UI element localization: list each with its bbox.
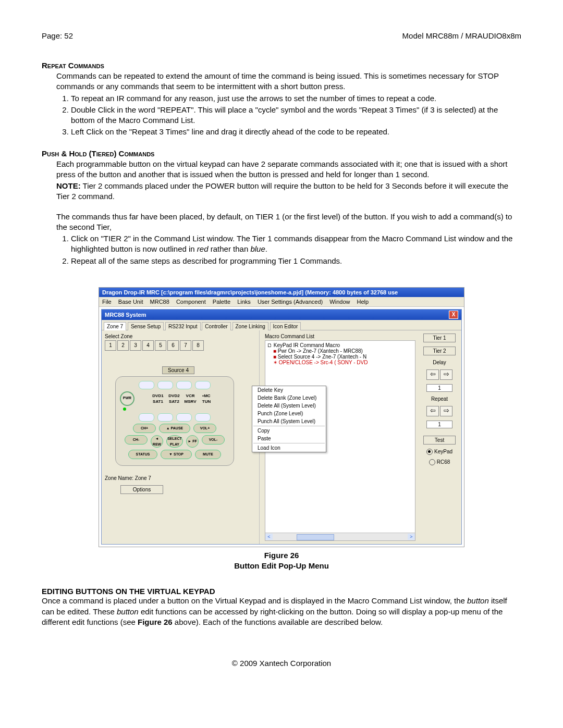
menu-file[interactable]: File	[102, 299, 112, 305]
menu-palette[interactable]: Palette	[213, 299, 230, 305]
menubar[interactable]: File Base Unit MRC88 Component Palette L…	[99, 297, 464, 307]
zone-btn-6[interactable]: 6	[167, 340, 179, 351]
context-menu: Delete Key Delete Bank (Zone Level) Dele…	[252, 386, 326, 452]
zone-btn-1[interactable]: 1	[105, 340, 116, 351]
inner-window: MRC88 System X Zone 7 Sense Setup RS232 …	[101, 309, 462, 545]
zone-name-label: Zone Name: Zone 7	[105, 475, 256, 481]
body-text: Each programmable button on the virtual …	[56, 159, 521, 180]
tab-icon-editor[interactable]: Icon Editor	[270, 322, 301, 330]
menu-usersettings[interactable]: User Settings (Advanced)	[258, 299, 323, 305]
options-button[interactable]: Options	[120, 485, 163, 494]
macro-line: KeyPad IR Command Macro	[274, 342, 340, 348]
zone-btn-2[interactable]: 2	[117, 340, 129, 351]
keypad-button[interactable]	[195, 413, 211, 422]
repeat-label: Repeat	[431, 396, 448, 402]
keypad-button[interactable]	[139, 381, 154, 389]
menu-copy[interactable]: Copy	[252, 427, 326, 435]
rew-button[interactable]: ◄ REW	[151, 435, 163, 448]
keypad-button[interactable]	[139, 413, 154, 422]
menu-load-icon[interactable]: Load Icon	[252, 444, 326, 452]
delay-value[interactable]: 1	[426, 384, 452, 392]
kp-label: MSRV	[183, 399, 197, 404]
zone-btn-4[interactable]: 4	[142, 340, 154, 351]
pause-button[interactable]: ▲ PAUSE	[159, 424, 190, 433]
horizontal-scrollbar[interactable]: < >	[265, 533, 415, 540]
scroll-left-icon[interactable]: <	[265, 534, 273, 540]
keypad-button[interactable]	[157, 413, 173, 422]
tab-zone7[interactable]: Zone 7	[104, 322, 126, 330]
radio-rc68[interactable]: RC68	[429, 459, 450, 465]
macro-list-header: Macro Command List	[265, 334, 415, 339]
tab-controller[interactable]: Controller	[202, 322, 230, 330]
ch-up-button[interactable]: CH+	[133, 424, 156, 433]
pwr-button[interactable]: PWR	[120, 391, 134, 406]
zone-btn-5[interactable]: 5	[155, 340, 166, 351]
zone-btn-3[interactable]: 3	[130, 340, 141, 351]
zone-btn-8[interactable]: 8	[192, 340, 204, 351]
kp-label: DVD2	[167, 393, 181, 398]
menu-paste[interactable]: Paste	[252, 435, 326, 442]
left-panel: Select Zone 1 2 3 4 5 6 7 8 Source 4	[102, 330, 260, 544]
body-text: The commands thus far have been placed, …	[56, 212, 521, 233]
text: rather than	[209, 244, 251, 253]
vol-up-button[interactable]: VOL+	[193, 424, 216, 433]
keypad-button[interactable]	[176, 381, 192, 389]
arrow-left-icon[interactable]: ⇦	[426, 369, 439, 380]
tier2-button[interactable]: Tier 2	[423, 347, 456, 355]
stop-button[interactable]: ▼ STOP	[161, 450, 192, 459]
menu-punch-zone[interactable]: Punch (Zone Level)	[252, 410, 326, 417]
keypad-button[interactable]	[195, 381, 211, 389]
menu-punch-all[interactable]: Punch All (System Level)	[252, 417, 326, 425]
arrow-right-icon[interactable]: ⇨	[440, 369, 452, 380]
radio-label: KeyPad	[434, 449, 452, 454]
radio-icon	[429, 459, 435, 465]
menu-component[interactable]: Component	[176, 299, 206, 305]
heading-editing-buttons: EDITING BUTTONS ON THE VIRTUAL KEYPAD	[42, 587, 521, 596]
test-button[interactable]: Test	[423, 436, 456, 445]
heading-push-hold: Push & Hold (Tiered) Commands	[42, 149, 521, 158]
figure-title: Button Edit Pop-Up Menu	[234, 561, 329, 570]
arrow-right-icon[interactable]: ⇨	[440, 406, 452, 416]
mute-button[interactable]: MUTE	[195, 450, 221, 459]
zone-btn-7[interactable]: 7	[180, 340, 191, 351]
model-label: Model MRC88m / MRAUDIO8x8m	[402, 31, 521, 40]
tab-rs232[interactable]: RS232 Input	[165, 322, 201, 330]
text: Click on "TIER 2" in the Command List wi…	[71, 234, 512, 253]
menu-delete-all[interactable]: Delete All (System Level)	[252, 402, 326, 410]
text: .	[265, 244, 267, 253]
repeat-value[interactable]: 1	[426, 421, 452, 428]
menu-delete-key[interactable]: Delete Key	[252, 386, 326, 394]
ff-button[interactable]: ► FF	[186, 435, 199, 448]
text-italic: blue	[250, 244, 265, 253]
tier1-button[interactable]: Tier 1	[423, 334, 456, 342]
app-window: Dragon Drop-IR MRC [c:\program files\dra…	[99, 287, 464, 547]
ch-down-button[interactable]: CH-	[125, 435, 148, 445]
keypad-button[interactable]	[157, 381, 173, 389]
scroll-right-icon[interactable]: >	[408, 534, 415, 540]
menu-help[interactable]: Help	[357, 299, 369, 305]
menu-delete-bank[interactable]: Delete Bank (Zone Level)	[252, 394, 326, 402]
keypad-button[interactable]	[176, 413, 192, 422]
right-controls: Tier 1 Tier 2 Delay ⇦ ⇨ 1 Repeat ⇦ ⇨ 1 T…	[421, 334, 458, 541]
source-button[interactable]: Source 4	[162, 366, 194, 374]
window-title: Dragon Drop-IR MRC [c:\program files\dra…	[99, 288, 464, 297]
text: Once a command is placed under a button …	[42, 596, 467, 605]
radio-keypad[interactable]: KeyPad	[426, 449, 452, 455]
menu-links[interactable]: Links	[237, 299, 251, 305]
kp-label: SAT1	[151, 399, 165, 404]
scroll-thumb[interactable]	[297, 534, 334, 540]
tab-sense-setup[interactable]: Sense Setup	[128, 322, 164, 330]
kp-label: VCR	[183, 393, 197, 398]
status-button[interactable]: STATUS	[128, 450, 157, 459]
select-zone-label: Select Zone	[105, 334, 256, 339]
menu-mrc88[interactable]: MRC88	[150, 299, 169, 305]
menu-window[interactable]: Window	[329, 299, 350, 305]
vol-down-button[interactable]: VOL-	[202, 435, 225, 445]
arrow-left-icon[interactable]: ⇦	[426, 406, 439, 416]
inner-title: MRC88 System	[105, 312, 146, 318]
menu-baseunit[interactable]: Base Unit	[118, 299, 143, 305]
figure-number: Figure 26	[264, 551, 299, 560]
tab-zone-linking[interactable]: Zone Linking	[232, 322, 268, 330]
play-button[interactable]: SELECT PLAY	[166, 435, 183, 448]
close-icon[interactable]: X	[449, 311, 458, 319]
